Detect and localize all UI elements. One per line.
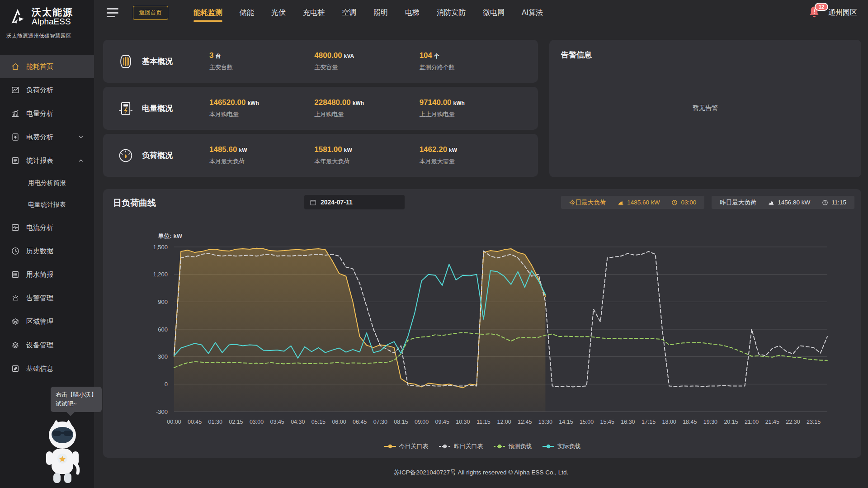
legend-marker: [542, 444, 555, 449]
sidebar-item-11[interactable]: 设备管理: [0, 333, 94, 357]
tab-1[interactable]: 能耗监测: [193, 0, 222, 25]
sidebar-item-8[interactable]: 用水简报: [0, 263, 94, 286]
bar-chart-icon: [11, 109, 20, 118]
clock-icon: [11, 246, 20, 256]
metric-unit: kW: [239, 147, 247, 153]
tab-4[interactable]: 充电桩: [303, 0, 325, 25]
max-load-badge-1[interactable]: 今日最大负荷 1485.60 kW 03:00: [561, 196, 704, 209]
user-area: 12 通州园区: [807, 5, 857, 21]
top-tabs: 能耗监测储能光伏充电桩空调照明电梯消防安防微电网AI算法: [193, 0, 543, 25]
svg-text:18:45: 18:45: [683, 419, 697, 425]
svg-text:15:00: 15:00: [580, 419, 594, 425]
alarm-count-badge: 12: [815, 3, 828, 11]
sidebar-subitem-1[interactable]: 用电分析简报: [0, 172, 94, 194]
svg-text:22:30: 22:30: [786, 419, 800, 425]
sidebar-item-label: 负荷分析: [26, 86, 53, 95]
metric-value: 228480.00: [314, 98, 350, 107]
metric-value: 97140.00: [420, 98, 452, 107]
metric-label: 上月购电量: [314, 110, 419, 118]
svg-text:03:00: 03:00: [250, 419, 264, 425]
svg-text:15:45: 15:45: [600, 419, 614, 425]
legend-item-1[interactable]: 今日关口表: [384, 442, 429, 450]
sidebar-subitem-2[interactable]: 电量统计报表: [0, 194, 94, 216]
sidebar-item-5[interactable]: 统计报表: [0, 149, 94, 172]
metric-value: 4800.00: [314, 51, 342, 60]
metric-label: 本月购电量: [209, 110, 314, 118]
home-icon: [11, 62, 20, 71]
metric-value: 146520.00: [209, 98, 245, 107]
metric-label: 主变台数: [209, 63, 314, 71]
max-load-badge-2[interactable]: 昨日最大负荷 1456.80 kW 11:15: [712, 196, 854, 209]
svg-text:900: 900: [158, 298, 168, 305]
sidebar-item-label: 电量分析: [26, 109, 53, 118]
legend-item-2[interactable]: 昨日关口表: [439, 442, 483, 450]
sidebar-item-label: 设备管理: [26, 341, 53, 350]
metric: 4800.00kVA 主变容量: [314, 51, 419, 71]
tab-7[interactable]: 电梯: [405, 0, 420, 25]
meter-icon: [117, 99, 135, 118]
svg-text:09:00: 09:00: [415, 419, 429, 425]
daily-load-panel: 日负荷曲线 2024-07-11 今日最大负荷 1485.60 kW 03:00…: [103, 189, 861, 458]
chevron-down-icon: [78, 134, 84, 140]
sidebar-item-6[interactable]: 电流分析: [0, 216, 94, 239]
metric-unit: 台: [215, 53, 221, 59]
svg-text:1,500: 1,500: [153, 244, 168, 251]
sidebar-item-3[interactable]: 电量分析: [0, 102, 94, 125]
tab-8[interactable]: 消防安防: [437, 0, 466, 25]
legend-item-3[interactable]: 预测负载: [493, 442, 532, 450]
back-home-button[interactable]: 返回首页: [133, 6, 168, 20]
card-title: 负荷概况: [142, 150, 173, 161]
current-icon: [11, 223, 20, 232]
svg-text:16:30: 16:30: [621, 419, 635, 425]
card-head: 负荷概况: [117, 147, 209, 165]
metric: 1485.60kW 本月最大负荷: [209, 145, 314, 166]
tab-2[interactable]: 储能: [240, 0, 254, 25]
tab-6[interactable]: 照明: [373, 0, 388, 25]
badge-time: 11:15: [822, 199, 846, 206]
date-picker[interactable]: 2024-07-11: [304, 195, 405, 209]
sidebar-item-label: 历史数据: [26, 247, 53, 256]
load-chart-icon: [11, 85, 20, 95]
mascot[interactable]: [39, 417, 86, 488]
metric: 1581.00kW 本年最大负荷: [314, 145, 419, 166]
tab-10[interactable]: AI算法: [522, 0, 543, 25]
badge-time: 03:00: [671, 199, 696, 206]
mascot-tooltip: 右击【喵小沃】 试试吧~: [51, 387, 102, 412]
sidebar-item-12[interactable]: 基础信息: [0, 357, 94, 380]
sidebar-item-10[interactable]: 区域管理: [0, 310, 94, 333]
brand-name-cn: 沃太能源: [32, 7, 73, 17]
chart-mini-icon: [768, 199, 774, 206]
sidebar-item-9[interactable]: 告警管理: [0, 286, 94, 310]
sidebar-item-label: 用水简报: [26, 270, 53, 279]
tab-3[interactable]: 光伏: [271, 0, 286, 25]
notification-bell[interactable]: 12: [807, 5, 823, 21]
menu-toggle-icon[interactable]: [107, 8, 118, 17]
app-root: 沃太能源 AlphaESS 沃太能源通州低碳智慧园区 能耗首页 负荷分析 电量分…: [0, 0, 868, 488]
date-value: 2024-07-11: [321, 199, 353, 206]
svg-text:20:15: 20:15: [724, 419, 738, 425]
card-head: 基本概况: [117, 52, 209, 71]
org-name[interactable]: 通州园区: [828, 8, 857, 18]
alarm-icon: [11, 294, 20, 303]
svg-text:12:45: 12:45: [518, 419, 532, 425]
svg-text:11:15: 11:15: [476, 419, 490, 425]
footer-text: 苏ICP备2021040727号 All rights reserved © A…: [94, 469, 868, 477]
metric-unit: kW: [449, 147, 457, 153]
cost-doc-icon: [11, 133, 20, 142]
brand-names: 沃太能源 AlphaESS: [32, 7, 73, 26]
sidebar-item-7[interactable]: 历史数据: [0, 239, 94, 263]
card-title: 基本概况: [142, 56, 173, 66]
metric-label: 主变容量: [314, 63, 419, 71]
overview-cards: 基本概况 3台 主变台数 4800.00kVA 主变容量 104个 监测分路个数…: [103, 40, 538, 177]
transformer-icon: [117, 52, 135, 71]
daily-load-chart[interactable]: 单位: kW1,5001,2009006003000-30000:0000:45…: [103, 231, 861, 443]
sidebar-item-2[interactable]: 负荷分析: [0, 78, 94, 102]
tab-5[interactable]: 空调: [342, 0, 356, 25]
sidebar-item-4[interactable]: 电费分析: [0, 125, 94, 149]
svg-text:300: 300: [158, 353, 168, 360]
metric-unit: 个: [434, 53, 439, 59]
sidebar-item-1[interactable]: 能耗首页: [0, 55, 94, 78]
legend-item-4[interactable]: 实际负载: [542, 442, 581, 450]
alert-empty-text: 暂无告警: [549, 104, 861, 112]
tab-9[interactable]: 微电网: [483, 0, 505, 25]
